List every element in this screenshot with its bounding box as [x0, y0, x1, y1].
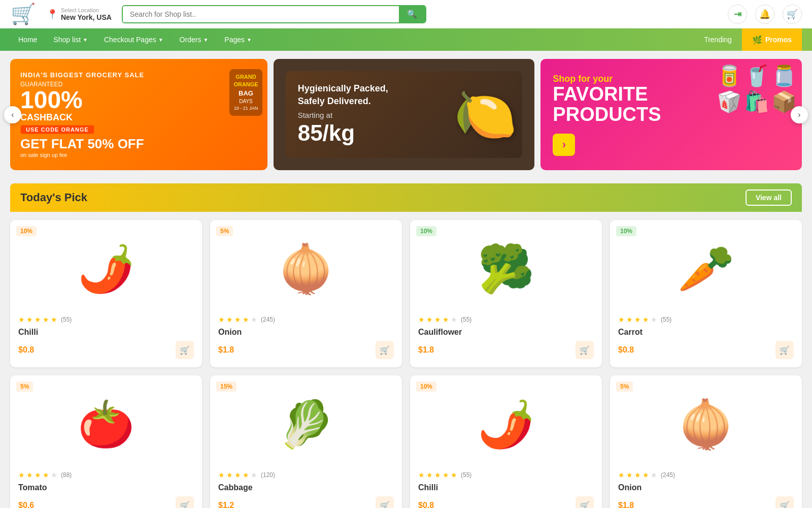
product-card: 10% 🌶️ ★★★★★ (55) Chilli $0.8 🛒	[10, 220, 202, 367]
product-image: 🌶️	[18, 228, 194, 309]
banana-emoji: 🍋	[454, 85, 517, 145]
nav-item-shoplist[interactable]: Shop list ▼	[45, 28, 96, 51]
product-price: $0.8	[18, 345, 34, 355]
product-image: 🥬	[218, 384, 394, 465]
product-card: 10% 🥦 ★★★★★ (55) Cauliflower $1.8 🛒	[410, 220, 602, 367]
section-title: Today's Pick	[20, 191, 87, 204]
discount-badge: 5%	[16, 382, 33, 392]
product-rating: ★★★★★ (55)	[418, 471, 594, 479]
banner1-cashback: CASHBACK	[20, 112, 73, 123]
add-to-cart-button[interactable]: 🛒	[176, 341, 194, 359]
product-rating: ★★★★★ (55)	[18, 315, 194, 324]
discount-badge: 5%	[216, 226, 233, 236]
product-card: 5% 🧅 ★★★★★ (245) Onion $1.8 🛒	[610, 375, 802, 508]
search-button[interactable]: 🔍	[399, 6, 425, 22]
search-bar: 🔍	[122, 5, 426, 23]
add-to-cart-button[interactable]: 🛒	[376, 496, 394, 508]
review-count: (88)	[61, 471, 72, 479]
review-count: (120)	[261, 471, 275, 479]
discount-badge: 10%	[616, 226, 636, 236]
nav-item-pages[interactable]: Pages ▼	[216, 28, 260, 51]
banner-1: INDIA'S BIGGEST GROCERY SALE GUARANTEED …	[10, 59, 267, 170]
review-count: (55)	[661, 316, 671, 323]
location-city: New York, USA	[61, 13, 112, 21]
chevron-down-icon: ▼	[203, 37, 208, 43]
products-row-2: 5% 🍅 ★★★★★ (88) Tomato $0.6 🛒 15% 🥬 ★★★★…	[10, 375, 802, 508]
banner-section: ‹ INDIA'S BIGGEST GROCERY SALE GUARANTEE…	[0, 51, 812, 178]
add-to-cart-button[interactable]: 🛒	[576, 496, 594, 508]
header-actions: ⇥ 🔔 🛒	[728, 5, 802, 24]
banner-prev-button[interactable]: ‹	[4, 106, 21, 123]
banner3-favorite: FAVORITE	[553, 84, 648, 104]
product-name: Chilli	[418, 483, 594, 492]
product-card: 10% 🥕 ★★★★★ (55) Carrot $0.8 🛒	[610, 220, 802, 367]
add-to-cart-button[interactable]: 🛒	[775, 496, 794, 508]
product-price: $1.8	[418, 345, 434, 355]
navigation: Home Shop list ▼ Checkout Pages ▼ Orders…	[0, 28, 812, 51]
banner1-sub: on sale sign up fee	[20, 152, 67, 158]
product-image: 🧅	[618, 384, 794, 465]
add-to-cart-button[interactable]: 🛒	[576, 341, 594, 359]
review-count: (245)	[661, 471, 675, 479]
product-name: Carrot	[618, 328, 794, 337]
product-name: Cauliflower	[418, 328, 594, 337]
banner1-badge: GRAND ORANGE BAG DAYS 19 - 21 JAN	[229, 69, 262, 116]
product-price: $1.8	[218, 345, 234, 355]
banner-next-button[interactable]: ›	[791, 106, 808, 123]
product-image: 🌶️	[418, 384, 594, 465]
trending-button[interactable]: Trending	[694, 28, 742, 51]
chevron-down-icon: ▼	[83, 37, 88, 43]
chevron-down-icon: ▼	[247, 37, 252, 43]
product-name: Onion	[218, 328, 394, 337]
product-name: Cabbage	[218, 483, 394, 492]
product-name: Tomato	[18, 483, 194, 492]
product-price: $1.8	[618, 501, 634, 508]
product-image: 🥦	[418, 228, 594, 309]
banner1-title: INDIA'S BIGGEST GROCERY SALE	[20, 71, 144, 79]
product-rating: ★★★★★ (55)	[418, 315, 594, 324]
discount-badge: 10%	[416, 226, 436, 236]
add-to-cart-button[interactable]: 🛒	[775, 341, 794, 359]
product-rating: ★★★★★ (120)	[218, 471, 394, 479]
section-header: Today's Pick View all	[10, 183, 802, 212]
location-selector[interactable]: 📍 Select Location New York, USA	[47, 7, 112, 21]
product-card: 15% 🥬 ★★★★★ (120) Cabbage $1.2 🛒	[210, 375, 402, 508]
nav-item-checkout[interactable]: Checkout Pages ▼	[96, 28, 172, 51]
product-rating: ★★★★★ (245)	[218, 315, 394, 324]
add-to-cart-button[interactable]: 🛒	[176, 496, 194, 508]
search-input[interactable]	[123, 6, 399, 22]
product-price: $0.8	[618, 345, 634, 355]
product-image: 🧅	[218, 228, 394, 309]
product-price: $0.6	[18, 501, 34, 508]
add-to-cart-button[interactable]: 🛒	[376, 341, 394, 359]
discount-badge: 10%	[416, 382, 436, 392]
login-icon[interactable]: ⇥	[728, 5, 747, 24]
nav-right: Trending 🌿 Promos	[694, 28, 802, 51]
view-all-button[interactable]: View all	[746, 189, 792, 206]
banner3-shop-for: Shop for your	[553, 74, 613, 84]
banner1-code: USE CODE ORANGE	[20, 125, 94, 134]
product-price: $1.2	[218, 501, 234, 508]
banner-3: Shop for your FAVORITE PRODUCTS › 🥫🥤🫙 🥡🛍…	[540, 59, 802, 170]
discount-badge: 15%	[216, 382, 236, 392]
banner-2: Hygienically Packed, Safely Delivered. S…	[274, 59, 535, 170]
product-image: 🍅	[18, 384, 194, 465]
promos-button[interactable]: 🌿 Promos	[742, 28, 802, 51]
product-card: 5% 🍅 ★★★★★ (88) Tomato $0.6 🛒	[10, 375, 202, 508]
todays-pick-section: Today's Pick View all 10% 🌶️ ★★★★★ (55) …	[0, 178, 812, 508]
cart-icon[interactable]: 🛒	[783, 5, 802, 24]
notification-icon[interactable]: 🔔	[755, 5, 774, 24]
header: 🛒 📍 Select Location New York, USA 🔍 ⇥ 🔔 …	[0, 0, 812, 28]
review-count: (55)	[61, 316, 72, 323]
location-label: Select Location	[61, 7, 112, 13]
product-rating: ★★★★★ (88)	[18, 471, 194, 479]
banner3-arrow-button[interactable]: ›	[553, 134, 575, 156]
chevron-down-icon: ▼	[158, 37, 163, 43]
banner1-flat: GET FLAT 50% OFF	[20, 136, 144, 152]
product-rating: ★★★★★ (245)	[618, 471, 794, 479]
review-count: (55)	[461, 316, 471, 323]
products-row-1: 10% 🌶️ ★★★★★ (55) Chilli $0.8 🛒 5% 🧅 ★★★…	[10, 212, 802, 375]
nav-item-home[interactable]: Home	[10, 28, 45, 51]
logo-icon: 🛒	[10, 4, 37, 25]
nav-item-orders[interactable]: Orders ▼	[172, 28, 217, 51]
